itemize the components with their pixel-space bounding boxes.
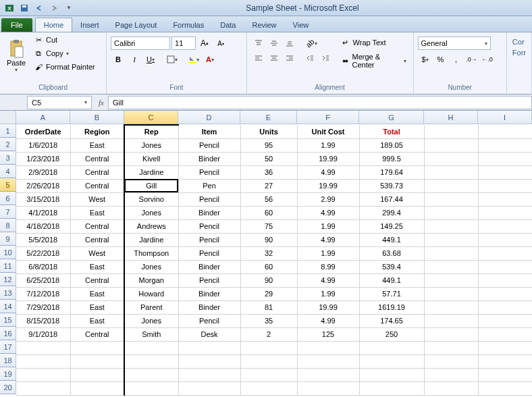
cell[interactable] — [240, 368, 297, 381]
cell[interactable]: 4.99 — [297, 165, 359, 179]
font-color-button[interactable]: A▾ — [203, 53, 217, 66]
cell[interactable] — [424, 219, 478, 233]
cell[interactable]: 56 — [240, 192, 297, 206]
cell[interactable] — [124, 354, 178, 368]
row-header-9[interactable]: 9 — [0, 232, 16, 246]
cell[interactable]: 4.99 — [297, 206, 359, 219]
cell[interactable]: 7/29/2018 — [16, 300, 70, 314]
cell[interactable] — [424, 152, 478, 165]
cell[interactable]: 299.4 — [359, 206, 424, 219]
cell[interactable] — [478, 152, 532, 165]
row-header-4[interactable]: 4 — [0, 165, 16, 178]
tab-data[interactable]: Data — [212, 18, 244, 32]
align-center-button[interactable] — [267, 51, 282, 65]
cell[interactable] — [478, 192, 532, 206]
align-right-button[interactable] — [282, 51, 297, 65]
cell[interactable]: 19.99 — [297, 152, 359, 165]
align-bottom-button[interactable] — [282, 36, 297, 50]
cell[interactable] — [16, 368, 70, 381]
cell[interactable]: OrderDate — [16, 125, 70, 138]
cell[interactable]: 1/23/2018 — [16, 152, 70, 165]
cell[interactable] — [424, 327, 478, 341]
cell[interactable] — [297, 381, 359, 395]
cell[interactable] — [359, 341, 424, 354]
cell[interactable]: 149.25 — [359, 219, 424, 233]
cell[interactable]: 7/12/2018 — [16, 287, 70, 300]
cell[interactable] — [297, 354, 359, 368]
cell[interactable] — [424, 341, 478, 354]
font-name-combo[interactable] — [111, 36, 170, 50]
align-top-button[interactable] — [251, 36, 266, 50]
col-header-G[interactable]: G — [359, 111, 424, 124]
save-icon[interactable] — [18, 2, 31, 14]
cell[interactable]: 32 — [240, 246, 297, 260]
cell[interactable]: 4/18/2018 — [16, 219, 70, 233]
cell[interactable]: Binder — [178, 260, 240, 273]
cell[interactable]: 999.5 — [359, 152, 424, 165]
cell[interactable] — [478, 287, 532, 300]
cell[interactable] — [478, 368, 532, 381]
row-header-1[interactable]: 1 — [0, 124, 16, 138]
cell[interactable]: 90 — [240, 233, 297, 246]
cell[interactable] — [478, 300, 532, 314]
cell[interactable]: 2.99 — [297, 192, 359, 206]
cell[interactable] — [478, 260, 532, 273]
cell[interactable] — [124, 368, 178, 381]
cell[interactable]: East — [70, 300, 124, 314]
cell[interactable]: East — [70, 138, 124, 152]
cell[interactable] — [478, 341, 532, 354]
cells[interactable]: OrderDateRegionRepItemUnitsUnit CostTota… — [16, 124, 532, 396]
cell[interactable] — [478, 165, 532, 179]
cell[interactable]: 125 — [297, 327, 359, 341]
row-header-13[interactable]: 13 — [0, 286, 16, 300]
undo-icon[interactable] — [32, 2, 46, 14]
row-header-3[interactable]: 3 — [0, 151, 16, 165]
row-header-20[interactable]: 20 — [0, 381, 16, 394]
formula-input[interactable]: Gill — [108, 96, 532, 109]
cell[interactable] — [424, 233, 478, 246]
number-format-combo[interactable]: General▾ — [418, 36, 491, 50]
cell[interactable] — [424, 354, 478, 368]
cell[interactable]: 2 — [240, 327, 297, 341]
copy-button[interactable]: ⧉Copy▾ — [31, 47, 98, 59]
row-header-10[interactable]: 10 — [0, 246, 16, 259]
cell[interactable]: 29 — [240, 287, 297, 300]
tab-page-layout[interactable]: Page Layout — [107, 18, 165, 32]
cell[interactable] — [70, 381, 124, 395]
cell[interactable]: Morgan — [124, 273, 178, 287]
cell[interactable]: Andrews — [124, 219, 178, 233]
tab-view[interactable]: View — [285, 18, 317, 32]
cell[interactable]: 1619.19 — [359, 300, 424, 314]
cell[interactable]: Smith — [124, 327, 178, 341]
name-box[interactable]: C5▾ — [27, 96, 92, 109]
fill-color-button[interactable]: ▾ — [186, 53, 201, 66]
cell[interactable]: Parent — [124, 300, 178, 314]
cell[interactable]: 9/1/2018 — [16, 327, 70, 341]
cell[interactable]: Central — [70, 273, 124, 287]
cell[interactable]: 60 — [240, 206, 297, 219]
cell[interactable] — [424, 138, 478, 152]
cell[interactable]: East — [70, 287, 124, 300]
col-header-D[interactable]: D — [178, 111, 240, 124]
cell[interactable]: 4.99 — [297, 273, 359, 287]
row-header-11[interactable]: 11 — [0, 259, 16, 273]
row-header-5[interactable]: 5 — [0, 178, 16, 192]
cell[interactable] — [478, 219, 532, 233]
cell[interactable] — [478, 125, 532, 138]
cell[interactable]: Central — [70, 327, 124, 341]
cell[interactable]: Item — [178, 125, 240, 138]
cell[interactable]: Jones — [124, 314, 178, 327]
cell[interactable] — [424, 179, 478, 192]
cell[interactable] — [424, 246, 478, 260]
italic-button[interactable]: I — [127, 53, 142, 66]
shrink-font-button[interactable]: A▾ — [213, 36, 228, 50]
cell[interactable]: Binder — [178, 300, 240, 314]
cell[interactable]: 19.99 — [297, 300, 359, 314]
cell[interactable]: Pencil — [178, 314, 240, 327]
cell[interactable]: 90 — [240, 273, 297, 287]
cell[interactable]: Total — [359, 125, 424, 138]
cell[interactable] — [478, 327, 532, 341]
cell[interactable]: 63.68 — [359, 246, 424, 260]
cell[interactable]: Pencil — [178, 192, 240, 206]
increase-indent-button[interactable] — [318, 51, 333, 65]
